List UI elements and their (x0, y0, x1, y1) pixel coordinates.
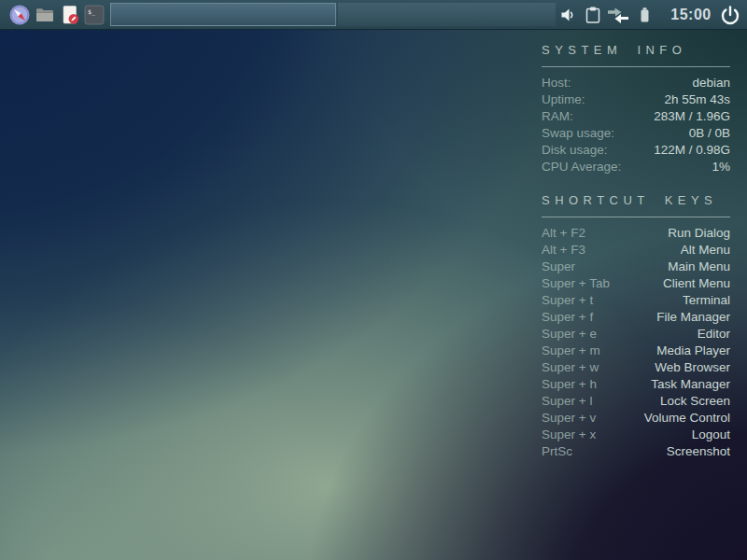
shortcut-row: Super + w Web Browser (542, 359, 730, 376)
sysinfo-row-uptime: Uptime: 2h 55m 43s (542, 91, 730, 108)
shortcut-row: Super + f File Manager (542, 309, 730, 326)
shortcut-action: Lock Screen (660, 393, 730, 410)
shortcut-key: Alt + F2 (542, 225, 585, 242)
document-pencil-icon (60, 5, 80, 25)
shortcut-action: Logout (692, 427, 730, 443)
launcher-terminal[interactable]: $_ (84, 5, 105, 25)
shortcut-row: Alt + F3 Alt Menu (542, 242, 730, 259)
sysinfo-row-disk: Disk usage: 122M / 0.98G (542, 142, 730, 159)
sysinfo-row-swap: Swap usage: 0B / 0B (542, 125, 730, 142)
screen: $_ (0, 0, 747, 560)
shortcut-key: Alt + F3 (542, 242, 585, 259)
shortcut-row: PrtSc Screenshot (542, 443, 730, 460)
shortcut-key: PrtSc (542, 443, 572, 460)
sysinfo-label: Uptime: (542, 91, 585, 108)
shortcut-action: Task Manager (651, 376, 730, 393)
shortcut-row: Alt + F2 Run Dialog (542, 225, 730, 242)
shortcut-row: Super + h Task Manager (542, 376, 730, 393)
shortcut-row: Super + v Volume Control (542, 410, 730, 427)
battery-icon[interactable] (635, 6, 654, 24)
sysinfo-value: 0B / 0B (689, 125, 730, 142)
power-icon (719, 4, 741, 26)
shortcut-action: Alt Menu (681, 242, 730, 259)
sysinfo-row-host: Host: debian (542, 75, 730, 91)
folder-icon (35, 5, 55, 25)
shortcut-action: Main Menu (668, 259, 730, 275)
power-button[interactable] (719, 4, 741, 26)
shortcut-keys-title: SHORTCUT KEYS (542, 193, 730, 207)
shortcut-key: Super (542, 259, 575, 275)
sysinfo-value: 2h 55m 43s (664, 91, 730, 108)
sysinfo-value: 283M / 1.96G (654, 108, 730, 125)
network-icon[interactable] (606, 6, 630, 24)
separator-line (542, 217, 730, 217)
shortcut-row: Super + e Editor (542, 326, 730, 343)
shortcut-key: Super + l (542, 393, 592, 410)
shortcut-key: Super + e (542, 326, 597, 343)
sysinfo-value: 1% (712, 159, 730, 175)
shortcut-key: Super + t (542, 292, 593, 309)
window-list (110, 3, 336, 26)
shortcut-action: Run Dialog (668, 225, 730, 242)
shortcut-action: Client Menu (663, 275, 730, 292)
shortcut-row: Super + t Terminal (542, 292, 730, 309)
shortcut-key: Super + v (542, 410, 596, 427)
shortcut-action: Media Player (656, 343, 730, 359)
shortcut-action: Terminal (683, 292, 730, 309)
launcher-file-manager[interactable] (35, 5, 55, 25)
conky-overlay: SYSTEM INFO Host: debian Uptime: 2h 55m … (542, 43, 730, 460)
launcher-web-browser[interactable] (9, 5, 30, 25)
panel-clock[interactable]: 15:00 (667, 0, 715, 30)
shortcut-row: Super Main Menu (542, 259, 730, 275)
shortcut-key: Super + h (542, 376, 597, 393)
shortcut-key: Super + Tab (542, 275, 610, 292)
shortcut-action: Web Browser (655, 359, 730, 376)
browser-compass-icon (9, 5, 30, 25)
sysinfo-value: debian (692, 75, 730, 91)
shortcut-key: Super + f (542, 309, 593, 326)
separator-line (542, 66, 730, 67)
shortcut-key: Super + m (542, 343, 600, 359)
launcher-text-editor[interactable] (60, 5, 80, 25)
shortcut-action: File Manager (656, 309, 730, 326)
shortcut-action: Editor (698, 326, 730, 343)
clipboard-icon[interactable] (584, 6, 602, 24)
sysinfo-label: Host: (542, 75, 571, 91)
shortcut-action: Screenshot (667, 443, 730, 460)
sysinfo-row-cpu: CPU Average: 1% (542, 159, 730, 175)
sysinfo-row-ram: RAM: 283M / 1.96G (542, 108, 730, 125)
top-panel: $_ (0, 0, 747, 30)
system-info-title: SYSTEM INFO (542, 43, 730, 57)
sysinfo-label: Swap usage: (542, 125, 614, 142)
volume-icon[interactable] (559, 6, 578, 24)
sysinfo-label: RAM: (542, 108, 573, 125)
sysinfo-label: Disk usage: (542, 142, 608, 159)
terminal-prompt-glyph: $_ (88, 8, 95, 16)
terminal-icon: $_ (84, 5, 105, 25)
shortcut-key: Super + x (542, 427, 596, 443)
shortcut-row: Super + m Media Player (542, 343, 730, 359)
shortcut-key: Super + w (542, 359, 599, 376)
shortcut-action: Volume Control (644, 410, 730, 427)
sysinfo-label: CPU Average: (542, 159, 621, 175)
shortcut-row: Super + x Logout (542, 427, 730, 443)
shortcut-row: Super + l Lock Screen (542, 393, 730, 410)
sysinfo-value: 122M / 0.98G (654, 142, 730, 159)
panel-spacer (338, 3, 556, 26)
shortcut-row: Super + Tab Client Menu (542, 275, 730, 292)
